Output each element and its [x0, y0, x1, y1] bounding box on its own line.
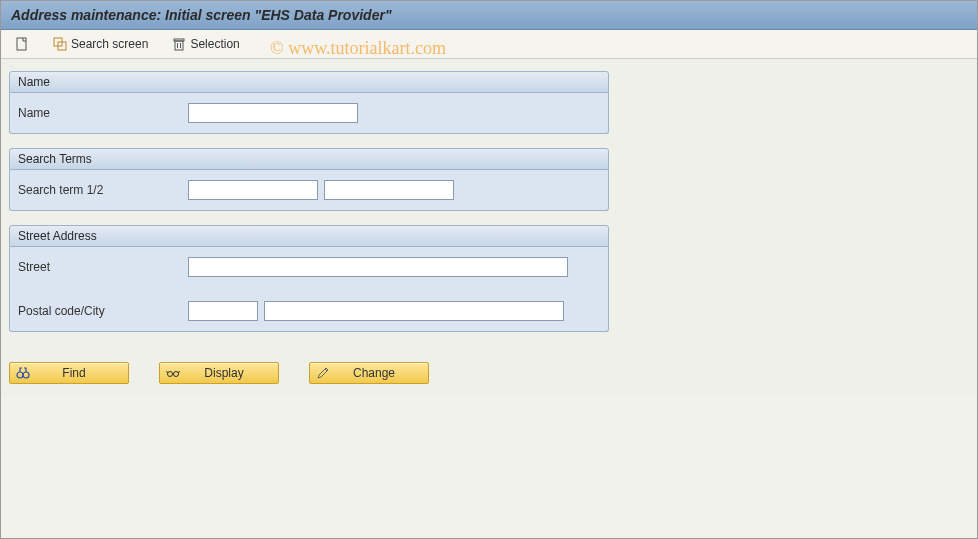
svg-rect-4 — [174, 39, 184, 41]
name-input[interactable] — [188, 103, 358, 123]
city-input[interactable] — [264, 301, 564, 321]
search-term1-input[interactable] — [188, 180, 318, 200]
svg-point-8 — [23, 372, 29, 378]
find-label: Find — [40, 366, 122, 380]
toolbar: Search screen Selection — [1, 30, 977, 59]
content-area: Name Name Search Terms Search term 1/2 S… — [1, 59, 977, 396]
page-title: Address maintenance: Initial screen "EHS… — [1, 1, 977, 30]
display-label: Display — [190, 366, 272, 380]
trash-icon — [172, 37, 186, 51]
selection-button[interactable]: Selection — [168, 35, 243, 53]
change-button[interactable]: Change — [309, 362, 429, 384]
search-screen-button[interactable]: Search screen — [49, 35, 152, 53]
glasses-icon — [166, 366, 180, 380]
svg-line-12 — [167, 371, 168, 373]
group-name: Name Name — [9, 71, 609, 134]
group-street-address: Street Address Street Postal code/City — [9, 225, 609, 332]
display-button[interactable]: Display — [159, 362, 279, 384]
group-search-header: Search Terms — [9, 148, 609, 170]
postal-city-label: Postal code/City — [18, 304, 188, 318]
selection-label: Selection — [190, 37, 239, 51]
svg-rect-0 — [17, 38, 26, 50]
street-input[interactable] — [188, 257, 568, 277]
postal-input[interactable] — [188, 301, 258, 321]
group-street-header: Street Address — [9, 225, 609, 247]
svg-point-9 — [168, 372, 173, 377]
group-search-terms: Search Terms Search term 1/2 — [9, 148, 609, 211]
svg-point-10 — [174, 372, 179, 377]
svg-rect-3 — [175, 41, 183, 50]
name-label: Name — [18, 106, 188, 120]
binoculars-icon — [16, 366, 30, 380]
search-screen-icon — [53, 37, 67, 51]
pencil-icon — [316, 366, 330, 380]
change-label: Change — [340, 366, 422, 380]
action-button-row: Find Display Change — [9, 362, 969, 384]
search-term-label: Search term 1/2 — [18, 183, 188, 197]
svg-point-7 — [17, 372, 23, 378]
search-term2-input[interactable] — [324, 180, 454, 200]
create-button[interactable] — [11, 35, 33, 53]
search-screen-label: Search screen — [71, 37, 148, 51]
group-name-header: Name — [9, 71, 609, 93]
find-button[interactable]: Find — [9, 362, 129, 384]
street-label: Street — [18, 260, 188, 274]
page-new-icon — [15, 37, 29, 51]
svg-line-13 — [179, 371, 180, 373]
